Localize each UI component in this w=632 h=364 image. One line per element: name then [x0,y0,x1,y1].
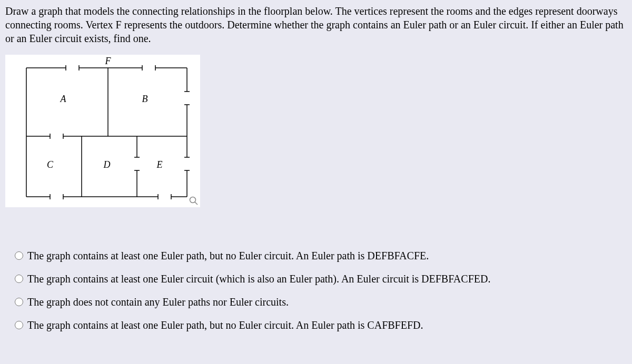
label-b: B [142,94,148,104]
option-3-text: The graph does not contain any Euler pat… [27,296,289,308]
label-f: F [105,56,112,66]
option-4-radio[interactable] [15,321,23,329]
option-1[interactable]: The graph contains at least one Euler pa… [15,249,627,262]
svg-point-0 [190,197,196,203]
option-3[interactable]: The graph does not contain any Euler pat… [15,296,627,308]
magnify-icon[interactable] [189,196,199,206]
option-2-text: The graph contains at least one Euler ci… [27,272,490,285]
option-3-radio[interactable] [15,298,23,306]
label-e: E [156,159,163,170]
question-prompt: Draw a graph that models the connecting … [5,4,627,45]
option-1-radio[interactable] [15,251,23,260]
option-1-text: The graph contains at least one Euler pa… [27,249,429,262]
label-d: D [103,159,111,170]
floorplan-image: F A B C D E [5,55,200,207]
option-4-text: The graph contains at least one Euler pa… [27,319,423,331]
label-a: A [60,94,67,104]
option-2-radio[interactable] [15,275,23,283]
option-4[interactable]: The graph contains at least one Euler pa… [15,319,627,331]
option-2[interactable]: The graph contains at least one Euler ci… [15,272,627,285]
answer-options: The graph contains at least one Euler pa… [5,249,627,331]
svg-line-1 [195,202,197,205]
label-c: C [47,159,54,170]
